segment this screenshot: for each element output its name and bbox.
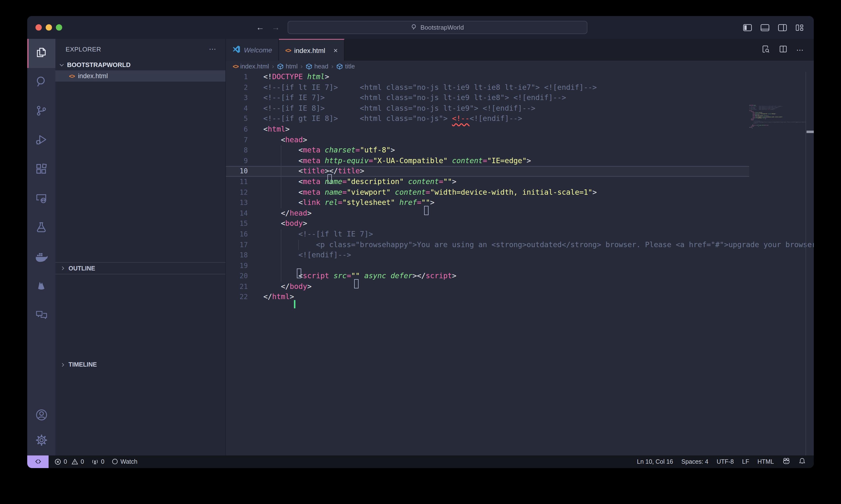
close-window-button[interactable] (35, 24, 42, 31)
close-tab-icon[interactable]: × (334, 46, 338, 54)
source-control-icon (35, 104, 48, 119)
code-line-17[interactable]: 17 <p class="browsehappy">You are using … (226, 240, 749, 250)
tab-bar: Welcome<>index.html× (226, 39, 814, 61)
line-number: 13 (226, 198, 248, 208)
line-number: 11 (226, 177, 248, 187)
code-line-5[interactable]: 5<!--[if gt IE 8]> <html class="no-js"> … (226, 114, 749, 124)
encoding-status[interactable]: UTF-8 (717, 458, 734, 465)
code-line-11[interactable]: 11 <meta name="description" content=""> (226, 177, 749, 187)
code-line-20[interactable]: 20 <script src="" async defer></script> (226, 271, 749, 282)
code-line-2[interactable]: 2<!--[if lt IE 7]> <html class="no-js lt… (226, 82, 749, 93)
explorer-more-actions-icon[interactable]: ⋯ (209, 45, 217, 53)
language-mode-status[interactable]: HTML (757, 458, 774, 465)
line-number: 15 (226, 219, 248, 229)
notifications-bell-icon[interactable] (799, 457, 806, 466)
code-line-7[interactable]: 7 <head> (226, 135, 749, 145)
minimize-window-button[interactable] (46, 24, 52, 31)
toggle-secondary-sidebar-icon[interactable] (778, 23, 787, 31)
minimap-border (806, 72, 806, 455)
breadcrumb-item-index-html[interactable]: <>index.html (233, 62, 269, 70)
activity-item-docker[interactable] (27, 243, 55, 272)
breadcrumb-item-html[interactable]: html (277, 62, 298, 70)
split-editor-icon[interactable] (779, 44, 788, 55)
breadcrumb: <>index.html›html›head›title (226, 61, 814, 72)
activity-item-extensions[interactable] (27, 155, 55, 184)
explorer-icon (35, 46, 48, 61)
code-editor[interactable]: 1<!DOCTYPE html>2<!--[if lt IE 7]> <html… (226, 72, 814, 455)
code-line-4[interactable]: 4<!--[if IE 8]> <html class="no-js lt-ie… (226, 104, 749, 114)
code-line-18[interactable]: 18 <![endif]--> (226, 250, 749, 260)
indent-guide (281, 250, 281, 260)
more-actions-icon[interactable]: ⋯ (796, 46, 804, 54)
breadcrumb-separator: › (331, 62, 334, 70)
activity-item-explorer[interactable] (27, 39, 55, 68)
activity-item-search[interactable] (27, 68, 55, 97)
activity-item-source-control[interactable] (27, 97, 55, 126)
code-line-13[interactable]: 13 <link rel="stylesheet" href=""> (226, 198, 749, 208)
feedback-icon[interactable] (782, 457, 790, 466)
broadcast-icon (91, 458, 99, 465)
tab-welcome[interactable]: Welcome (226, 39, 279, 61)
watch-status[interactable]: Watch (112, 458, 138, 465)
docker-icon (35, 250, 48, 265)
timeline-section[interactable]: TIMELINE (55, 274, 225, 455)
code-line-15[interactable]: 15 <body> (226, 219, 749, 229)
html-file-icon: <> (69, 73, 74, 79)
go-forward-button[interactable]: → (271, 22, 280, 32)
code-line-22[interactable]: 22</html> (226, 292, 749, 303)
cursor-position-status[interactable]: Ln 10, Col 16 (637, 458, 673, 465)
customize-layout-icon[interactable] (795, 23, 804, 31)
scrollbar-thumb[interactable] (806, 131, 813, 133)
code-line-21[interactable]: 21 </body> (226, 282, 749, 292)
breadcrumb-separator: › (300, 62, 303, 70)
editor-group: Welcome<>index.html× (226, 39, 814, 455)
layout-controls (743, 16, 804, 39)
remote-indicator[interactable] (27, 455, 49, 468)
indentation-status[interactable]: Spaces: 4 (681, 458, 708, 465)
symbol-cube-icon (336, 63, 343, 70)
code-line-16[interactable]: 16 <!--[if lt IE 7]> (226, 229, 749, 240)
indent-guide (281, 187, 281, 198)
code-line-19[interactable]: 19 (226, 260, 749, 271)
minimap[interactable]: <!DOCTYPE html><!--[if lt IE 7]> <html c… (749, 105, 806, 455)
warning-icon (71, 458, 78, 465)
remote-explorer-icon (35, 192, 48, 206)
problems-status[interactable]: 0 0 (54, 458, 84, 465)
code-line-3[interactable]: 3<!--[if IE 7]> <html class="no-js lt-ie… (226, 93, 749, 103)
code-line-12[interactable]: 12 <meta name="viewport" content="width=… (226, 187, 749, 198)
activity-item-firebase[interactable] (27, 272, 55, 301)
activity-item-run-debug[interactable] (27, 126, 55, 155)
activity-item-comments[interactable] (27, 301, 55, 330)
tab-index-html[interactable]: <>index.html× (279, 39, 345, 61)
outline-section[interactable]: OUTLINE (55, 263, 225, 274)
code-line-6[interactable]: 6<html> (226, 124, 749, 135)
activity-item-testing[interactable] (27, 214, 55, 243)
toggle-panel-icon[interactable] (760, 23, 770, 31)
command-center-search[interactable]: BootstrapWorld (287, 21, 588, 34)
explorer-empty-area[interactable] (55, 82, 225, 263)
title-bar: ← → BootstrapWorld (27, 16, 814, 39)
indent-guide (281, 145, 281, 156)
testing-icon (35, 221, 48, 235)
code-line-1[interactable]: 1<!DOCTYPE html> (226, 72, 749, 82)
ports-status[interactable]: 0 (91, 458, 104, 465)
code-line-8[interactable]: 8 <meta charset="utf-8"> (226, 145, 749, 156)
folder-section-bootstrapworld[interactable]: BOOTSTRAPWORLD (55, 59, 225, 70)
activity-item-remote-explorer[interactable] (27, 184, 55, 214)
go-back-button[interactable]: ← (256, 22, 264, 32)
breadcrumb-item-head[interactable]: head (305, 62, 329, 70)
maximize-window-button[interactable] (56, 24, 62, 31)
file-item-index-html[interactable]: <> index.html (55, 70, 225, 82)
settings-gear-icon[interactable] (27, 428, 55, 452)
account-icon[interactable] (27, 403, 55, 427)
toggle-sidebar-icon[interactable] (743, 23, 752, 31)
open-preview-icon[interactable] (761, 44, 770, 55)
breadcrumb-item-title[interactable]: title (336, 62, 355, 70)
indent-guide (281, 271, 281, 282)
eol-status[interactable]: LF (742, 458, 749, 465)
line-number: 18 (226, 250, 248, 260)
code-line-14[interactable]: 14 </head> (226, 208, 749, 218)
line-number: 7 (226, 135, 248, 145)
code-line-9[interactable]: 9 <meta http-equiv="X-UA-Compatible" con… (226, 156, 749, 166)
code-line-10[interactable]: 10 <title></title> (226, 166, 749, 177)
